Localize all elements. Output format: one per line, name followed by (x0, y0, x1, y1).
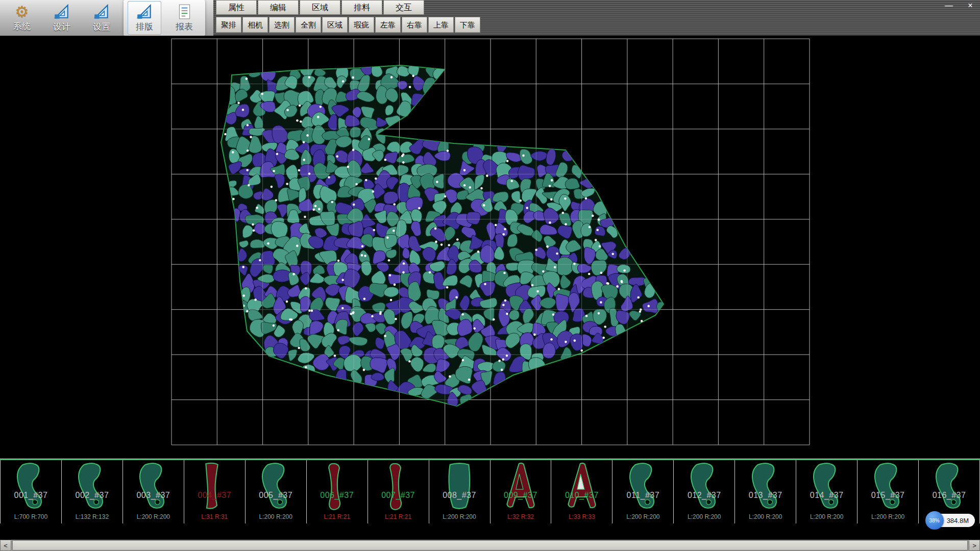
nesting-canvas[interactable] (0, 36, 980, 459)
part-cell[interactable]: 008_#37 L:200 R:200 (429, 460, 491, 523)
part-shape-icon (254, 461, 297, 512)
tool-align-right[interactable]: 右靠 (402, 17, 427, 33)
app-button-label: 报表 (176, 21, 193, 33)
app-settings-button[interactable]: 设置 (85, 1, 118, 35)
part-lr-label: L:200 R:200 (674, 513, 734, 520)
part-name: 015_#37 (857, 491, 918, 500)
part-shape-icon (132, 461, 175, 512)
part-lr-label: L:21 R:21 (307, 513, 368, 520)
window-controls: — × (942, 0, 977, 11)
part-lr-label: L:200 R:200 (246, 513, 306, 520)
gear-icon: ⚙ (15, 4, 29, 20)
part-shape-icon (377, 461, 420, 512)
part-cell[interactable]: 010_#37 L:33 R:33 (551, 460, 612, 523)
tool-camera[interactable]: 相机 (242, 17, 268, 33)
part-name: 016_#37 (919, 491, 979, 500)
part-name: 010_#37 (551, 491, 612, 500)
part-cell[interactable]: 007_#37 L:21 R:21 (368, 460, 429, 523)
menu-tab-region[interactable]: 区域 (300, 0, 340, 15)
memory-status: 38% 384.8M (925, 511, 975, 530)
scroll-right-button[interactable]: > (969, 540, 980, 551)
part-shape-icon (193, 461, 236, 512)
part-cell[interactable]: 015_#37 L:200 R:200 (857, 460, 919, 523)
menu-tab-interaction[interactable]: 交互 (383, 0, 424, 15)
part-lr-label: L:700 R:700 (1, 513, 61, 520)
part-shape-icon (867, 461, 910, 512)
app-design-button[interactable]: 设计 (45, 1, 79, 35)
part-lr-label: L:200 R:200 (735, 513, 796, 520)
tool-align-top[interactable]: 上靠 (428, 17, 454, 33)
tool-cluster-nest[interactable]: 聚排 (216, 17, 241, 33)
part-shape-icon (805, 461, 848, 512)
part-name: 014_#37 (796, 491, 857, 500)
tool-select-cut[interactable]: 选割 (269, 17, 295, 33)
part-cell[interactable]: 003_#37 L:200 R:200 (123, 460, 184, 523)
app-nesting-button[interactable]: 排版 (128, 1, 161, 35)
part-cell[interactable]: 011_#37 L:200 R:200 (612, 460, 674, 523)
part-cell[interactable]: 012_#37 L:200 R:200 (674, 460, 735, 523)
tool-align-left[interactable]: 左靠 (375, 17, 401, 33)
horizontal-scrollbar[interactable]: < > (0, 540, 980, 551)
canvas-area[interactable] (0, 36, 980, 459)
part-cell[interactable]: 013_#37 L:200 R:200 (735, 460, 796, 523)
minimize-button[interactable]: — (942, 0, 955, 11)
part-cell[interactable]: 014_#37 L:200 R:200 (796, 460, 857, 523)
part-shape-icon (928, 461, 971, 512)
part-shape-icon (70, 461, 113, 512)
part-name: 005_#37 (246, 491, 306, 500)
part-cell[interactable]: 006_#37 L:21 R:21 (307, 460, 368, 523)
part-shape-icon (499, 461, 542, 512)
part-cell[interactable]: 002_#37 L:132 R:132 (62, 460, 123, 523)
part-cell[interactable]: 001_#37 L:700 R:700 (1, 460, 62, 523)
mode-group-panel: 排版 报表 (124, 0, 205, 36)
part-lr-label: L:200 R:200 (429, 513, 490, 520)
part-shape-icon (560, 461, 603, 512)
part-shape-icon (683, 461, 726, 512)
nesting-icon (136, 3, 153, 20)
part-name: 002_#37 (62, 491, 122, 500)
part-lr-label: L:31 R:31 (184, 513, 245, 520)
part-lr-label: L:32 R:32 (491, 513, 551, 520)
part-shape-icon (9, 461, 52, 512)
report-icon (176, 3, 193, 20)
menu-tab-bar: 属性 编辑 区域 排料 交互 (216, 0, 424, 15)
part-name: 006_#37 (307, 491, 368, 500)
part-name: 011_#37 (612, 491, 673, 500)
part-shape-icon (622, 461, 665, 512)
app-report-button[interactable]: 报表 (167, 1, 201, 35)
part-cell[interactable]: 009_#37 L:32 R:32 (491, 460, 552, 523)
part-name: 008_#37 (429, 491, 490, 500)
part-cell[interactable]: 005_#37 L:200 R:200 (246, 460, 307, 523)
part-lr-label: L:200 R:200 (612, 513, 673, 520)
tool-align-bottom[interactable]: 下靠 (455, 17, 480, 33)
part-name: 012_#37 (674, 491, 734, 500)
part-lr-label: L:200 R:200 (857, 513, 918, 520)
app-button-bar: ⚙ 系统 设计 设置 (0, 0, 213, 36)
close-button[interactable]: × (964, 0, 977, 11)
part-name: 007_#37 (368, 491, 429, 500)
app-button-label: 系统 (13, 20, 31, 32)
part-name: 004_#37 (184, 491, 245, 500)
menu-tab-nesting[interactable]: 排料 (341, 0, 382, 15)
part-lr-label: L:200 R:200 (796, 513, 857, 520)
menu-tab-properties[interactable]: 属性 (216, 0, 257, 15)
ribbon: ⚙ 系统 设计 设置 (0, 0, 980, 36)
part-name: 003_#37 (123, 491, 184, 500)
part-cell[interactable]: 004_#37 L:31 R:31 (184, 460, 246, 523)
app-button-label: 设置 (93, 21, 110, 33)
part-lr-label: L:33 R:33 (551, 513, 612, 520)
part-lr-label: L:200 R:200 (123, 513, 184, 520)
app-button-label: 设计 (53, 21, 70, 33)
menu-tab-edit[interactable]: 编辑 (258, 0, 299, 15)
tool-region[interactable]: 区域 (322, 17, 348, 33)
app-window: ⚙ 系统 设计 设置 (0, 0, 980, 551)
part-name: 013_#37 (735, 491, 796, 500)
tool-defect[interactable]: 瑕疵 (349, 17, 374, 33)
app-system-button[interactable]: ⚙ 系统 (5, 1, 39, 35)
part-shape-icon (438, 461, 481, 512)
tool-cut-all[interactable]: 全割 (296, 17, 321, 33)
scroll-left-button[interactable]: < (0, 540, 11, 551)
part-name: 009_#37 (491, 491, 551, 500)
scroll-thumb[interactable] (12, 540, 968, 550)
progress-badge: 38% (925, 511, 944, 530)
